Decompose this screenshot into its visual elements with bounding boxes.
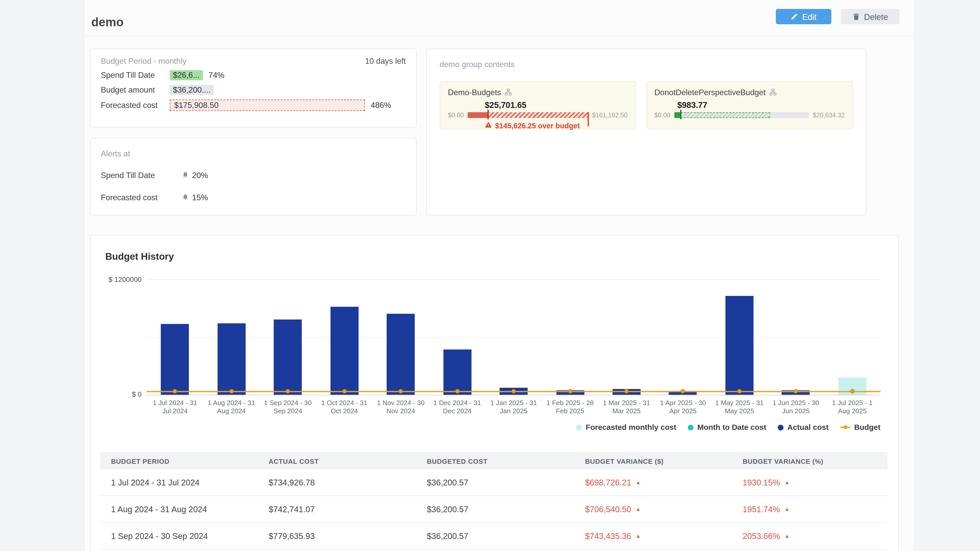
budget-line-point[interactable] xyxy=(342,389,347,394)
bell-icon xyxy=(182,170,189,181)
legend-item[interactable]: Forecasted monthly cost xyxy=(576,423,676,432)
x-axis-label: 1 Jul 2024 - 31 Jul 2024 xyxy=(147,399,203,416)
table-header-row: BUDGET PERIODACTUAL COSTBUDGETED COSTBUD… xyxy=(100,452,888,470)
table-row[interactable]: 1 Jul 2024 - 31 Jul 2024$734,926.78$36,2… xyxy=(100,469,888,496)
alerts-title: Alerts at xyxy=(101,149,130,158)
column-header[interactable]: ACTUAL COST xyxy=(258,457,416,465)
actual-cost-bar[interactable] xyxy=(218,323,245,395)
cell-value: 1930.15% xyxy=(743,478,780,487)
chart-bar-slot xyxy=(429,279,485,395)
forecasted-cost-pct: 486% xyxy=(371,101,391,110)
spend-marker xyxy=(487,110,489,119)
budget-line-point[interactable] xyxy=(455,389,460,394)
budget-tile-donotdelete[interactable]: DonotDeletePerspectiveBudget $983.77 $0.… xyxy=(646,81,853,130)
budget-line-point[interactable] xyxy=(511,389,516,394)
actual-cost-bar[interactable] xyxy=(387,314,415,395)
column-header[interactable]: BUDGET VARIANCE (%) xyxy=(732,457,888,465)
cell-value: $742,741.07 xyxy=(269,505,315,514)
forecasted-cost-value: $175,908.50 xyxy=(170,100,365,111)
days-left: 10 days left xyxy=(365,57,406,66)
x-axis-label: 1 Aug 2024 - 31 Aug 2024 xyxy=(203,399,259,416)
legend-item[interactable]: Budget xyxy=(840,423,880,432)
budget-history-card: Budget History $ 1200000 $ 0 1 Jul 2024 … xyxy=(90,235,899,551)
budget-line-point[interactable] xyxy=(173,389,177,394)
spend-segment xyxy=(674,112,681,118)
column-header[interactable]: BUDGET PERIOD xyxy=(100,457,258,465)
delete-button-label: Delete xyxy=(864,12,888,21)
budget-line-point[interactable] xyxy=(737,389,742,394)
cell-value: 1 Aug 2024 - 31 Aug 2024 xyxy=(111,505,207,514)
actual-cost-cell: $779,635.93 xyxy=(258,531,416,541)
actual-cost-cell: $742,741.07 xyxy=(258,505,416,514)
budget-period-title: Budget Period - monthly xyxy=(101,57,186,66)
budget-line-point[interactable] xyxy=(624,389,629,394)
budget-progress-bar[interactable] xyxy=(468,112,588,118)
page-title: demo xyxy=(91,15,124,29)
chart-plot xyxy=(147,279,880,395)
bell-icon xyxy=(182,192,189,203)
cell-value: $706,540.50 xyxy=(585,505,632,514)
budget-history-title: Budget History xyxy=(105,251,174,262)
actual-cost-bar[interactable] xyxy=(274,320,302,395)
budget-spend-amount: $25,701.65 xyxy=(485,100,628,110)
spend-till-date-label: Spend Till Date xyxy=(101,71,170,80)
delete-button[interactable]: Delete xyxy=(841,9,900,24)
legend-label: Actual cost xyxy=(788,423,829,432)
budget-amount-row: Budget amount $36,200.... xyxy=(101,85,406,95)
x-axis-label: 1 Jul 2025 - 1 Aug 2025 xyxy=(824,399,880,416)
up-triangle-icon: ▲ xyxy=(784,480,790,486)
chart-x-labels: 1 Jul 2024 - 31 Jul 20241 Aug 2024 - 31 … xyxy=(147,399,880,416)
table-row[interactable]: 1 Aug 2024 - 31 Aug 2024$742,741.07$36,2… xyxy=(100,496,888,523)
budget-line-point[interactable] xyxy=(229,389,234,394)
legend-item[interactable]: Actual cost xyxy=(778,423,829,432)
table-row[interactable]: 1 Sep 2024 - 30 Sep 2024$779,635.93$36,2… xyxy=(100,523,888,550)
spend-till-date-pct: 74% xyxy=(208,71,224,80)
chart-bar-slot xyxy=(485,279,542,395)
x-axis-label: 1 Oct 2024 - 31 Oct 2024 xyxy=(316,399,372,416)
cell-value: $36,200.57 xyxy=(427,478,469,487)
budget-tile-demo-budgets[interactable]: Demo-Budgets $25,701.65 $0.00 xyxy=(440,81,636,130)
budget-line-point[interactable] xyxy=(681,389,685,394)
budget-period-card: Budget Period - monthly 10 days left Spe… xyxy=(90,48,417,127)
x-axis-label: 1 Jan 2025 - 31 Jan 2025 xyxy=(485,399,542,416)
cell-value: $36,200.57 xyxy=(427,505,469,514)
column-header[interactable]: BUDGET VARIANCE ($) xyxy=(574,457,732,465)
forecasted-cost-row: Forecasted cost $175,908.50 486% xyxy=(101,100,406,111)
main-panel: demo Edit Delete Budget Period - monthly… xyxy=(85,0,914,551)
column-header[interactable]: BUDGETED COST xyxy=(416,457,574,465)
actual-cost-bar[interactable] xyxy=(161,324,189,395)
chart-bar-slot xyxy=(259,279,316,395)
budgeted-cost-cell: $36,200.57 xyxy=(416,478,574,487)
group-icon xyxy=(770,87,776,98)
alert-spend-value: 20% xyxy=(192,171,208,180)
edit-button-label: Edit xyxy=(802,12,816,21)
screen: demo Edit Delete Budget Period - monthly… xyxy=(0,0,980,551)
chart-bar-slot xyxy=(203,279,259,395)
budget-amount-value: $36,200.... xyxy=(170,85,214,95)
up-triangle-icon: ▲ xyxy=(784,533,790,539)
budget-line-point[interactable] xyxy=(850,389,855,394)
bar-min-label: $0.00 xyxy=(448,112,464,119)
legend-item[interactable]: Month to Date cost xyxy=(688,423,767,432)
over-budget-segment xyxy=(488,112,588,118)
spend-till-date-row: Spend Till Date $26,6... 74% xyxy=(101,70,406,80)
budget-period-cell: 1 Aug 2024 - 31 Aug 2024 xyxy=(100,505,258,514)
budget-line-point[interactable] xyxy=(399,389,403,394)
x-axis-label: 1 Apr 2025 - 30 Apr 2025 xyxy=(655,399,711,416)
budget-variance-pct-cell: 1930.15%▲ xyxy=(732,478,888,487)
budget-progress-bar[interactable] xyxy=(674,112,809,118)
budget-line-point[interactable] xyxy=(568,389,573,394)
up-triangle-icon: ▲ xyxy=(784,507,790,512)
actual-cost-bar[interactable] xyxy=(725,295,753,395)
budget-line-point[interactable] xyxy=(794,389,798,394)
cell-value: $36,200.57 xyxy=(427,531,469,541)
legend-line-marker xyxy=(840,427,850,428)
legend-label: Forecasted monthly cost xyxy=(586,423,676,432)
budget-line-point[interactable] xyxy=(286,389,290,394)
actual-cost-bar[interactable] xyxy=(330,307,358,395)
edit-button[interactable]: Edit xyxy=(776,9,832,24)
actual-cost-bar[interactable] xyxy=(443,349,471,395)
up-triangle-icon: ▲ xyxy=(636,507,641,512)
table-body: 1 Jul 2024 - 31 Jul 2024$734,926.78$36,2… xyxy=(100,469,888,550)
up-triangle-icon: ▲ xyxy=(636,533,641,539)
